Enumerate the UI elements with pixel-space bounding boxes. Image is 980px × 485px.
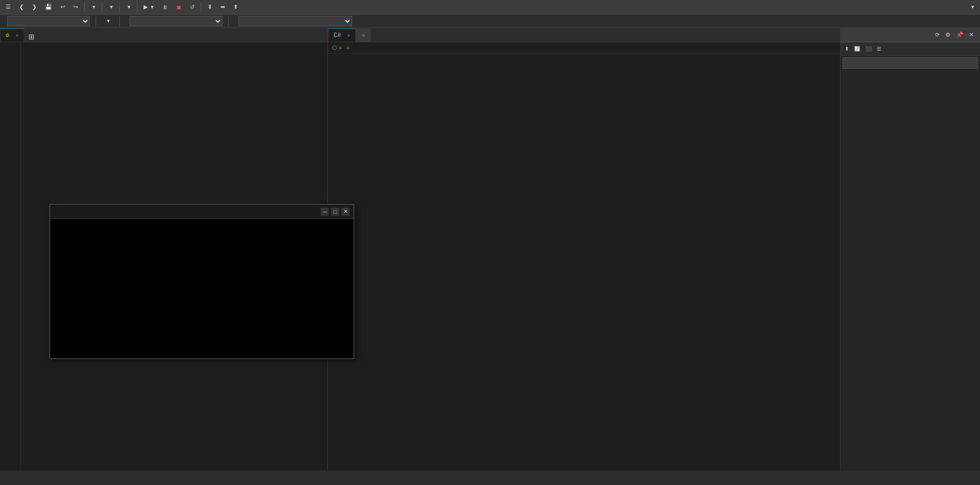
console-maximize-btn[interactable]: □ [331,208,339,216]
cs-editor-panel: C# ✕ ✕ ⬡ ▶ ▶ [328,28,841,471]
se-tb-btn1[interactable]: ⬆ [843,45,851,53]
console-body [50,219,354,358]
xml-tab[interactable]: ⚙ ✕ [0,28,24,42]
console-close-btn[interactable]: ✕ [341,208,350,216]
proc-sep2 [119,16,120,26]
file-menu[interactable]: ☰ [2,2,14,13]
xml-tab-icon: ⚙ [6,32,9,39]
console-window: ─ □ ✕ [50,204,354,359]
lifecycle-dropdown[interactable]: ▾ [102,15,114,27]
pause-btn[interactable]: ⏸ [159,2,171,13]
xml-dropdown[interactable]: ▾ [122,2,134,13]
sep3 [119,2,120,12]
cs-tab-icon: C# [334,32,341,39]
proc-sep3 [228,16,229,26]
se-sync-btn[interactable]: ⟳ [933,30,942,39]
debug-dropdown[interactable]: ▾ [87,2,99,13]
restart-btn[interactable]: ↺ [186,2,198,13]
menu-toolbar: ☰ ❮ ❯ 💾 ↩ ↪ ▾ ▾ ▾ ▶ ▾ ⏸ ⏹ ↺ ⬇ ➡ ⬆ ▾ [0,0,980,14]
xml-tab-close[interactable]: ✕ [15,33,19,39]
se-tb-btn4[interactable]: ☰ [875,45,883,53]
process-select[interactable] [7,16,90,26]
console-titlebar: ─ □ ✕ [50,205,354,219]
breadcrumb-sep2: ▶ [347,44,351,51]
se-filter-btn[interactable]: ⚙ [943,30,953,39]
cs-tab[interactable]: C# ✕ [328,28,356,42]
cs-tab-bar: C# ✕ ✕ [328,28,840,42]
step-over-btn[interactable]: ➡ [217,2,229,13]
cs-editor-area [328,54,840,471]
thread-select[interactable] [130,16,223,26]
continue-btn[interactable]: ▶ ▾ [140,2,157,13]
cs-tab-close[interactable]: ✕ [347,33,350,39]
solution-explorer-header: ⟳ ⚙ 📌 ✕ [841,28,980,42]
breadcrumb-namespace: ⬡ [332,44,337,51]
stack-frame-select[interactable] [239,16,352,26]
xml-tab-bar: ⚙ ✕ ⊞ [0,28,327,42]
stop-btn[interactable]: ⏹ [172,2,185,13]
se-toolbar: ⬆ 🔄 ⬛ ☰ [841,42,980,56]
cs-breadcrumb: ⬡ ▶ ▶ [328,42,840,54]
proc-sep1 [96,16,96,26]
forward-btn[interactable]: ❯ [28,2,40,13]
save-btn[interactable]: 💾 [41,2,56,13]
console-minimize-btn[interactable]: ─ [321,208,329,216]
cs-tab2[interactable]: ✕ [356,28,371,42]
back-btn[interactable]: ❮ [15,2,27,13]
sep1 [84,2,85,12]
sep4 [137,2,137,12]
solution-search-input[interactable] [843,57,978,69]
xml-line-numbers [0,42,21,471]
sep5 [201,2,201,12]
redo-btn[interactable]: ↪ [70,2,82,13]
breadcrumb-sep1: ▶ [339,44,343,51]
solution-tree [841,70,980,471]
cs-code-content[interactable] [357,54,840,471]
console-titlebar-buttons: ─ □ ✕ [321,208,350,216]
solution-explorer-panel: ⟳ ⚙ 📌 ✕ ⬆ 🔄 ⬛ ☰ [841,28,980,471]
step-into-btn[interactable]: ⬇ [204,2,216,13]
se-tb-btn3[interactable]: ⬛ [863,45,874,53]
se-pin-btn[interactable]: 📌 [954,30,966,39]
app-insights-btn[interactable]: ▾ [966,2,978,13]
se-close-btn[interactable]: ✕ [967,30,976,39]
undo-btn[interactable]: ↩ [57,2,69,13]
process-bar: ▾ [0,14,980,28]
cpu-dropdown[interactable]: ▾ [105,2,117,13]
add-vertical-split[interactable]: ⊞ [26,32,37,42]
step-out-btn[interactable]: ⬆ [230,2,242,13]
se-tb-btn2[interactable]: 🔄 [852,45,862,53]
sep2 [102,2,102,12]
